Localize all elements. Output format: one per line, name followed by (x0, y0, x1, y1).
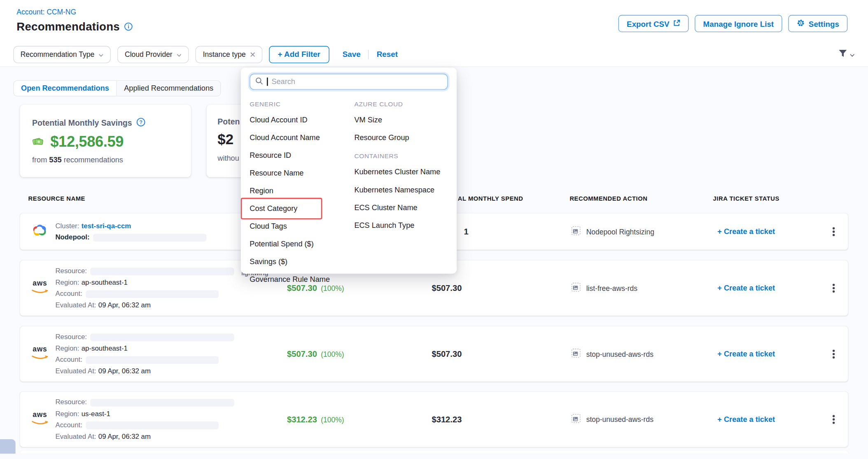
create-ticket-button[interactable]: + Create a ticket (691, 284, 802, 292)
recommended-action: list-free-aws-rds (571, 283, 637, 294)
create-ticket-button[interactable]: + Create a ticket (691, 415, 802, 424)
filter-option-potential-spend[interactable]: Potential Spend ($) (250, 235, 354, 253)
resource-detail-line: Region:ap-southeast-1 (55, 277, 234, 288)
filter-option-vm-size[interactable]: VM Size (354, 111, 448, 129)
floating-widget-partial (0, 439, 16, 454)
potential-monthly-savings-card: Potential Monthly Savings ? $12,586.59 f… (20, 105, 191, 177)
row-menu-button[interactable] (831, 225, 837, 238)
row-menu-button[interactable] (831, 281, 837, 295)
resource-detail-line: Evaluated At:09 Apr, 06:32 am (55, 431, 234, 442)
resource-detail-line: Nodepool: (55, 232, 206, 243)
filter-option-resource-id[interactable]: Resource ID (250, 146, 354, 164)
recommendation-type-icon (571, 283, 581, 294)
recommendations-page: Account: CCM-NG Recommendations Export C… (0, 0, 868, 459)
resource-detail-line: Region:ap-southeast-1 (55, 343, 234, 354)
monthly-spend-value: $507.30 (391, 349, 502, 359)
recommended-action-label: Nodepool Rightsizing (586, 227, 654, 236)
chevron-down-icon (177, 50, 182, 59)
filter-option-label: Potential Spend ($) (250, 239, 313, 248)
field-value: ap-southeast-1 (82, 344, 128, 352)
chevron-down-icon (99, 50, 104, 59)
tab-applied-recommendations[interactable]: Applied Recommendations (116, 81, 220, 96)
field-label: Cluster: (55, 222, 79, 230)
page-title: Recommendations (16, 20, 120, 33)
row-menu-button[interactable] (831, 413, 837, 426)
savings-percentage: (100%) (321, 416, 344, 424)
filter-option-label: Resource Group (354, 133, 409, 141)
remove-filter-icon[interactable] (250, 50, 255, 59)
filter-search-input[interactable] (271, 77, 442, 86)
export-csv-button[interactable]: Export CSV (618, 15, 689, 32)
column-header-resource-name: RESOURCE NAME (28, 195, 85, 201)
monthly-spend-value: $312.23 (391, 415, 502, 424)
table-row[interactable]: awsResource:Region:us-east-1Account:Eval… (20, 391, 848, 447)
filter-option-resource-name[interactable]: Resource Name (250, 164, 354, 182)
filter-option-kubernetes-namespace[interactable]: Kubernetes Namespace (354, 180, 448, 198)
field-label: Evaluated At: (55, 301, 96, 309)
field-value: us-east-1 (82, 410, 110, 417)
settings-button[interactable]: Settings (788, 15, 847, 32)
potential-savings-value: $312.23(100%) (260, 415, 371, 424)
savings-amount: $312.23 (287, 415, 317, 424)
resource-link[interactable]: test-sri-qa-ccm (82, 222, 131, 230)
redacted-value (86, 422, 219, 429)
add-filter-button[interactable]: + Add Filter (269, 46, 329, 63)
resource-details: Resource:Region:ap-southeast-1Account:Ev… (55, 260, 234, 316)
filter-pill-recommendation-type[interactable]: Recommendation Type (13, 46, 111, 63)
save-filter-button[interactable]: Save (343, 50, 361, 59)
recommended-action: Nodepool Rightsizing (571, 226, 654, 237)
text-cursor (267, 77, 268, 86)
chevron-down-icon (850, 49, 855, 59)
create-ticket-button[interactable]: + Create a ticket (691, 350, 802, 358)
filter-option-kubernetes-cluster-name[interactable]: Kubernetes Cluster Name (354, 163, 448, 180)
row-menu-button[interactable] (831, 347, 837, 361)
filter-option-cost-category[interactable]: Cost Category (250, 199, 354, 217)
field-label: Resource: (55, 398, 87, 406)
filter-option-cloud-tags[interactable]: Cloud Tags (250, 217, 354, 235)
field-label: Account: (55, 421, 82, 429)
resource-detail-line: Resource: (55, 331, 234, 343)
filter-section-header-generic: GENERIC (250, 101, 354, 108)
redacted-value (90, 333, 234, 341)
gcp-icon (30, 224, 49, 239)
filter-option-label: Cloud Tags (250, 222, 287, 230)
resource-detail-line: Account: (55, 288, 234, 300)
redacted-value (90, 399, 234, 407)
filter-option-ecs-cluster-name[interactable]: ECS Cluster Name (354, 198, 448, 216)
field-label: Evaluated At: (55, 367, 96, 375)
manage-ignore-list-button[interactable]: Manage Ignore List (695, 15, 782, 32)
filter-option-governance-rule-name[interactable]: Governance Rule Name (250, 270, 354, 288)
redacted-value (90, 267, 234, 275)
aws-icon: aws (30, 280, 49, 296)
filter-option-region[interactable]: Region (250, 182, 354, 199)
reset-filter-button[interactable]: Reset (377, 50, 398, 59)
redacted-value (86, 290, 219, 298)
resource-detail-line: Evaluated At:09 Apr, 06:32 am (55, 365, 234, 377)
help-icon[interactable]: ? (136, 117, 146, 129)
field-value: 09 Apr, 06:32 am (98, 367, 151, 375)
monthly-spend-value-partial: 1 (464, 227, 469, 237)
create-ticket-button[interactable]: + Create a ticket (691, 227, 802, 236)
filter-panel-toggle[interactable] (838, 49, 854, 60)
filter-pill-instance-type[interactable]: Instance type (196, 46, 262, 63)
filter-section-header-azure-cloud: AZURE CLOUD (354, 101, 448, 108)
filter-option-cloud-account-id[interactable]: Cloud Account ID (250, 111, 354, 129)
recommendation-type-icon (571, 349, 581, 360)
next-table-row-partial (20, 450, 848, 454)
filter-option-ecs-launch-type[interactable]: ECS Launch Type (354, 216, 448, 234)
svg-text:?: ? (140, 119, 143, 125)
field-label: Account: (55, 356, 82, 363)
field-label: Evaluated At: (55, 432, 96, 440)
funnel-icon (838, 49, 847, 60)
savings-amount: $507.30 (287, 349, 317, 359)
filter-option-savings[interactable]: Savings ($) (250, 253, 354, 270)
table-row[interactable]: awsResource:Region:ap-southeast-1Account… (20, 326, 848, 382)
filter-pill-cloud-provider[interactable]: Cloud Provider (118, 46, 189, 63)
filter-option-label: Region (250, 186, 273, 194)
tab-open-recommendations[interactable]: Open Recommendations (14, 81, 117, 96)
recommended-action: stop-unused-aws-rds (571, 349, 653, 360)
info-icon[interactable] (124, 22, 133, 31)
filter-search-box (250, 74, 448, 90)
filter-option-resource-group[interactable]: Resource Group (354, 129, 448, 146)
filter-option-cloud-account-name[interactable]: Cloud Account Name (250, 129, 354, 146)
